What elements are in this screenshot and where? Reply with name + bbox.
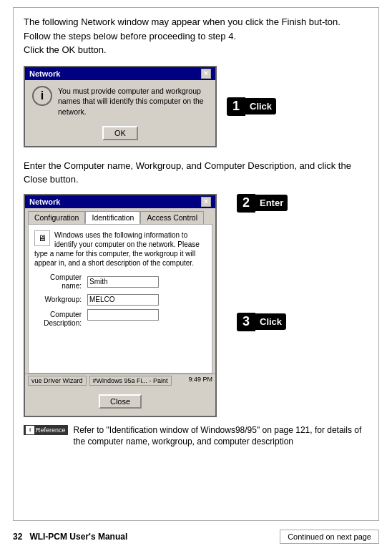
step2-badge: 2 Enter (237, 194, 288, 213)
taskbar: vue Driver Wizard #Windows 95a Fi... - P… (25, 374, 215, 387)
computer-icon: 🖥 (34, 230, 50, 246)
field-row-computer: Computer name: (34, 273, 206, 291)
step3-badge: 3 Click (237, 313, 288, 331)
page-footer: 32 WLI-PCM User's Manual (13, 532, 127, 542)
dialog1-row: Network × i You must provide computer an… (24, 66, 368, 147)
intro-line3: Click the OK button. (24, 44, 107, 55)
dialog1-title: Network (29, 69, 60, 78)
dialog2-close-button[interactable]: × (201, 197, 211, 207)
dialog1-titlebar: Network × (25, 67, 215, 80)
dialog2-close-btn[interactable]: Close (99, 394, 142, 409)
reference-badge-label: Reference (36, 426, 66, 435)
page-number: 32 (13, 532, 22, 542)
tab-identification[interactable]: Identification (85, 211, 140, 224)
dialog2-titlebar: Network × (25, 195, 215, 208)
reference-badge: i Reference (24, 425, 68, 436)
step2-number: 2 (237, 194, 255, 213)
dialog1-window: Network × i You must provide computer an… (24, 66, 217, 147)
intro-text: The following Network window may appear … (24, 15, 368, 57)
dialog2-tabs: Configuration Identification Access Cont… (25, 208, 215, 224)
tab-configuration[interactable]: Configuration (28, 211, 85, 224)
dialog2-inner: 🖥 Windows uses the following information… (28, 224, 212, 374)
section2-text: Enter the Computer name, Workgroup, and … (24, 159, 368, 187)
reference-icon: i (26, 426, 34, 434)
intro-line1: The following Network window may appear … (24, 16, 340, 27)
main-content: The following Network window may appear … (13, 7, 379, 521)
dialog2-window: Network × Configuration Identification A… (24, 194, 217, 417)
dialog2-inner-text: Windows uses the following information t… (34, 230, 206, 268)
taskbar-time: 9:49 PM (188, 376, 212, 386)
dialog1-message: You must provide computer and workgroup … (58, 86, 208, 117)
taskbar-item2[interactable]: #Windows 95a Fi... - Paint (89, 376, 172, 386)
continued-on-next-page: Continued on next page (280, 530, 379, 544)
reference-row: i Reference Refer to "Identification win… (24, 424, 368, 449)
dialog1-buttons: OK (25, 123, 215, 146)
reference-text: Refer to "Identification window of Windo… (74, 424, 368, 449)
step1-label: Click (245, 98, 276, 114)
tab-access-control[interactable]: Access Control (140, 211, 204, 224)
dialog2-row: Network × Configuration Identification A… (24, 194, 368, 417)
manual-name: WLI-PCM User's Manual (29, 532, 127, 542)
computer-name-input[interactable] (87, 276, 159, 288)
computer-description-input[interactable] (87, 309, 159, 321)
field-label-description: ComputerDescription: (34, 311, 84, 328)
dialog1-ok-button[interactable]: OK (102, 126, 138, 140)
step2-label: Enter (255, 195, 288, 211)
page-container: The following Network window may appear … (0, 0, 392, 551)
dialog1-body: i You must provide computer and workgrou… (25, 80, 215, 123)
step1-number: 1 (227, 97, 245, 116)
dialog2-title: Network (29, 198, 60, 206)
taskbar-item1[interactable]: vue Driver Wizard (28, 376, 87, 386)
field-row-description: ComputerDescription: (34, 309, 206, 328)
workgroup-input[interactable] (87, 294, 159, 306)
bottom-bar: 32 WLI-PCM User's Manual Continued on ne… (13, 525, 379, 544)
field-row-workgroup: Workgroup: (34, 294, 206, 306)
info-icon: i (32, 86, 52, 106)
step1-badge: 1 Click (227, 97, 276, 116)
field-label-workgroup: Workgroup: (34, 296, 84, 304)
step3-number: 3 (237, 313, 255, 331)
intro-line2: Follow the steps below before proceeding… (24, 31, 236, 42)
step3-label: Click (255, 313, 286, 330)
dialog1-close-button[interactable]: × (201, 69, 211, 79)
dialog2-buttons: Close (28, 390, 212, 413)
field-label-computer: Computer name: (34, 273, 84, 291)
